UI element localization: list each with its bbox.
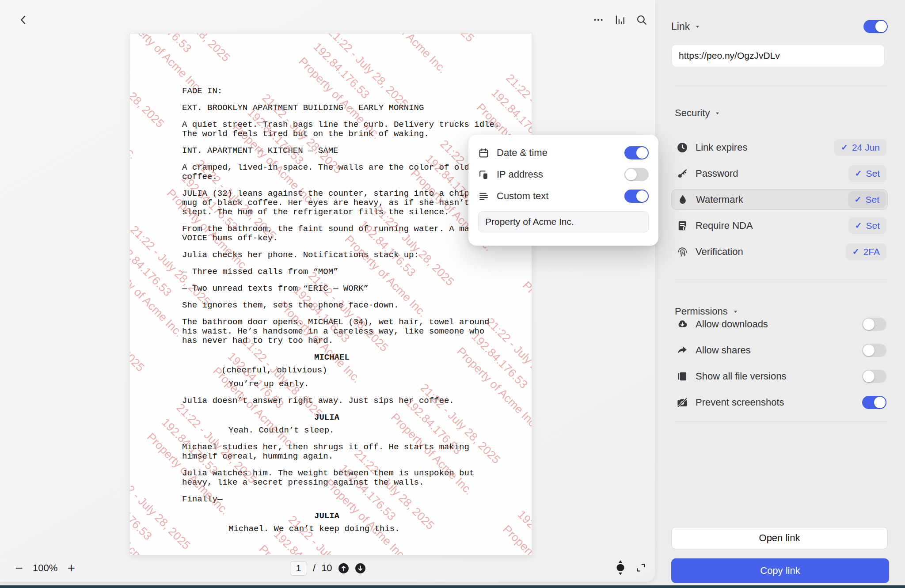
check-icon: ✓ — [855, 194, 862, 205]
zoom-level: 100% — [33, 562, 57, 574]
zoom-controls: − 100% + — [11, 558, 79, 578]
divider — [675, 280, 888, 280]
search-button[interactable] — [635, 13, 649, 27]
verification-badge[interactable]: ✓2FA — [846, 243, 886, 260]
script-paren: (cheerful, oblivious) — [221, 366, 505, 375]
app-window: FADE IN:EXT. BROOKLYN APARTMENT BUILDING… — [0, 0, 905, 588]
nda-icon — [677, 220, 688, 231]
script-action: Julia doesn’t answer right away. Just si… — [182, 396, 505, 406]
download-cloud-icon — [677, 319, 688, 330]
allow-shares-toggle[interactable] — [862, 344, 886, 357]
script-action: EXT. BROOKLYN APARTMENT BUILDING — EARLY… — [182, 103, 505, 113]
security-rows: Link expires✓24 JunPassword✓SetWatermark… — [671, 137, 888, 262]
scroll-mode-button[interactable] — [615, 560, 626, 577]
show-all-file-versions-label: Show all file versions — [696, 371, 862, 382]
analytics-button[interactable] — [614, 13, 627, 27]
page-total: 10 — [321, 562, 332, 574]
fullscreen-icon — [635, 568, 646, 574]
permission-row-prevent-screenshots: Prevent screenshots — [671, 392, 888, 413]
calendar-icon — [478, 148, 489, 159]
link-expires-badge-value: 24 Jun — [852, 142, 880, 153]
previous-page-button[interactable] — [338, 563, 349, 574]
script-dialogue: Yeah. Couldn’t sleep. — [228, 426, 505, 435]
script-action: Julia checks her phone. Notifications st… — [182, 250, 505, 260]
link-enabled-toggle[interactable] — [863, 20, 888, 33]
dots-icon — [593, 14, 605, 26]
viewer-toolbar — [592, 13, 649, 27]
fullscreen-button[interactable] — [635, 562, 646, 574]
caret-down-icon — [715, 110, 720, 116]
chevron-left-icon — [17, 21, 30, 27]
allow-downloads-toggle[interactable] — [862, 318, 886, 331]
divider — [675, 421, 888, 422]
security-row-require-nda[interactable]: Require NDA✓Set — [671, 215, 888, 236]
fingerprint-icon — [677, 246, 688, 258]
link-title: Link — [671, 21, 690, 33]
security-row-watermark[interactable]: Watermark✓Set — [671, 189, 888, 210]
script-action: Finally— — [182, 495, 505, 504]
link-expires-badge[interactable]: ✓24 Jun — [834, 139, 886, 156]
date-time-toggle[interactable] — [624, 146, 649, 159]
security-section-title: Security — [675, 107, 720, 121]
permission-row-allow-shares: Allow shares — [671, 340, 888, 360]
page-navigation: / 10 — [290, 558, 366, 578]
permission-rows: Allow downloadsAllow sharesShow all file… — [671, 314, 888, 413]
ip-address-label: IP address — [497, 169, 624, 180]
permission-row-allow-downloads: Allow downloads — [671, 314, 888, 334]
clock-icon — [677, 142, 688, 153]
zoom-in-button[interactable]: + — [64, 561, 79, 576]
script-action: — Three missed calls from “MOM” — [182, 267, 505, 277]
scroll-toggle-icon — [615, 570, 626, 577]
check-icon: ✓ — [855, 168, 862, 178]
security-row-link-expires[interactable]: Link expires✓24 Jun — [671, 137, 888, 158]
divider — [675, 85, 888, 85]
security-row-password[interactable]: Password✓Set — [671, 163, 888, 184]
zoom-out-button[interactable]: − — [11, 561, 27, 576]
require-nda-label: Require NDA — [696, 220, 848, 231]
script-content: FADE IN:EXT. BROOKLYN APARTMENT BUILDING… — [182, 87, 505, 541]
back-button[interactable] — [15, 12, 32, 29]
view-tools — [615, 556, 646, 580]
watermark-tile: 21:22 - July 28, 2025192.84.176.53Proper… — [130, 286, 151, 408]
watermark-tile: 21:22 - July 28, 2025192.84.176.53Proper… — [359, 34, 481, 79]
watermark-badge[interactable]: ✓Set — [848, 191, 886, 208]
link-settings-sidebar: Link Security Link expires✓24 JunPasswor… — [671, 0, 888, 588]
text-lines-icon — [478, 191, 489, 202]
more-options-button[interactable] — [592, 13, 605, 27]
password-badge-value: Set — [866, 168, 880, 179]
link-expires-label: Link expires — [696, 142, 834, 153]
check-icon: ✓ — [841, 142, 848, 152]
allow-downloads-label: Allow downloads — [696, 319, 862, 330]
script-dialogue: Michael. We can’t keep doing this. — [228, 524, 505, 534]
watermark-tile: 21:22 - July 28, 2025192.84.176.53Proper… — [517, 247, 532, 368]
script-action: A quiet street. Trash bags line the curb… — [182, 120, 505, 139]
open-link-button[interactable]: Open link — [671, 527, 888, 549]
script-action: Michael studies her, then shrugs it off.… — [182, 443, 505, 461]
camera-off-icon — [677, 397, 688, 408]
document-page[interactable]: FADE IN:EXT. BROOKLYN APARTMENT BUILDING… — [129, 33, 532, 555]
password-label: Password — [696, 168, 848, 179]
password-badge[interactable]: ✓Set — [848, 165, 886, 182]
custom-text-toggle[interactable] — [624, 190, 649, 203]
custom-watermark-text-input[interactable] — [478, 211, 649, 232]
copy-link-button[interactable]: Copy link — [671, 558, 889, 583]
ip-address-toggle[interactable] — [624, 168, 649, 181]
prevent-screenshots-toggle[interactable] — [862, 396, 886, 409]
next-page-button[interactable] — [355, 563, 366, 574]
security-row-verification[interactable]: Verification✓2FA — [671, 241, 888, 262]
custom-text-label: Custom text — [497, 190, 624, 202]
caret-down-icon — [695, 24, 700, 30]
script-action: From the bathroom, the faint sound of ru… — [182, 224, 505, 243]
verification-badge-value: 2FA — [863, 247, 880, 257]
share-url-input[interactable] — [671, 44, 885, 67]
key-icon — [677, 168, 688, 179]
watermark-label: Watermark — [696, 194, 848, 205]
page-number-input[interactable] — [290, 561, 307, 576]
require-nda-badge[interactable]: ✓Set — [848, 217, 886, 234]
show-all-file-versions-toggle[interactable] — [862, 370, 886, 383]
script-dialogue: You’re up early. — [228, 379, 505, 389]
watermark-tile: 21:22 - July 28, 2025192.84.176.53Proper… — [130, 530, 131, 555]
security-section-header[interactable]: Security — [675, 107, 720, 119]
link-section-header[interactable]: Link — [671, 21, 700, 33]
watermark-badge-value: Set — [865, 194, 879, 205]
